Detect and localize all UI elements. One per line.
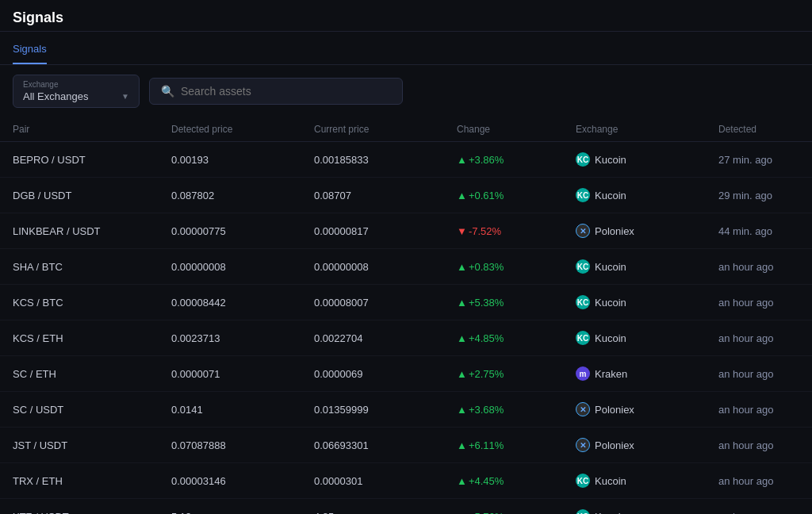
table-row[interactable]: SHA / BTC 0.00000008 0.00000008 ▲+0.83% … — [0, 249, 812, 285]
search-box: 🔍 — [149, 78, 403, 105]
exchange-cell: KC Kucoin — [576, 188, 718, 202]
exchange-name: Kucoin — [595, 332, 626, 344]
pair-name: SC / USDT — [13, 404, 171, 416]
exchange-cell: ✕ Poloniex — [576, 402, 718, 416]
col-header-detected: Detected — [718, 124, 812, 135]
col-header-current-price: Current price — [314, 124, 457, 135]
detected-time: an hour ago — [718, 368, 812, 380]
exchange-name: Kucoin — [595, 475, 626, 487]
detected-time: 29 min. ago — [718, 190, 812, 201]
detected-time: an hour ago — [718, 511, 812, 515]
detected-price: 0.0000071 — [171, 368, 314, 380]
exchange-name: Kucoin — [595, 190, 626, 201]
exchange-dropdown-label: Exchange — [23, 80, 129, 89]
search-input[interactable] — [181, 85, 391, 98]
table-row[interactable]: DGB / USDT 0.087802 0.08707 ▲+0.61% KC K… — [0, 178, 812, 213]
exchange-name: Kucoin — [595, 511, 626, 515]
table-row[interactable]: KCS / ETH 0.0023713 0.0022704 ▲+4.85% KC… — [0, 320, 812, 356]
pair-name: DGB / USDT — [13, 190, 171, 201]
detected-price: 0.00000775 — [171, 225, 314, 237]
col-header-pair: Pair — [13, 124, 171, 135]
exchange-logo: ✕ — [576, 402, 590, 416]
detected-time: an hour ago — [718, 475, 812, 487]
exchange-logo: KC — [576, 188, 590, 202]
detected-time: an hour ago — [718, 439, 812, 451]
table-header: Pair Detected price Current price Change… — [0, 117, 812, 142]
current-price: 0.0022704 — [314, 332, 457, 344]
exchange-name: Poloniex — [595, 225, 634, 237]
current-price: 0.00000008 — [314, 261, 457, 273]
exchange-name: Kucoin — [595, 261, 626, 273]
exchange-name: Kraken — [595, 368, 627, 380]
detected-price: 5.13 — [171, 511, 314, 515]
change-value: ▲+5.76% — [457, 511, 576, 515]
detected-time: an hour ago — [718, 297, 812, 309]
exchange-cell: KC Kucoin — [576, 331, 718, 345]
detected-price: 0.0023713 — [171, 332, 314, 344]
pair-name: SHA / BTC — [13, 261, 171, 273]
table-row[interactable]: TRX / ETH 0.00003146 0.0000301 ▲+4.45% K… — [0, 463, 812, 499]
exchange-dropdown-value: All Exchanges — [23, 90, 88, 102]
detected-price: 0.00008442 — [171, 297, 314, 309]
exchange-logo: KC — [576, 331, 590, 345]
chevron-down-icon: ▼ — [121, 92, 129, 101]
exchange-logo: KC — [576, 295, 590, 309]
current-price: 0.06693301 — [314, 439, 457, 451]
detected-price: 0.087802 — [171, 190, 314, 201]
exchange-dropdown[interactable]: Exchange All Exchanges ▼ — [13, 75, 140, 108]
exchange-logo: KC — [576, 509, 590, 514]
exchange-logo: ✕ — [576, 224, 590, 238]
filters-bar: Exchange All Exchanges ▼ 🔍 — [0, 65, 812, 117]
detected-time: an hour ago — [718, 261, 812, 273]
table-row[interactable]: BEPRO / USDT 0.00193 0.00185833 ▲+3.86% … — [0, 142, 812, 178]
table-row[interactable]: XTZ / USDT 5.13 4.85 ▲+5.76% KC Kucoin a… — [0, 499, 812, 514]
table-body: BEPRO / USDT 0.00193 0.00185833 ▲+3.86% … — [0, 142, 812, 514]
exchange-name: Poloniex — [595, 404, 634, 416]
pair-name: TRX / ETH — [13, 475, 171, 487]
exchange-cell: KC Kucoin — [576, 295, 718, 309]
app-title: Signals — [13, 10, 63, 25]
change-value: ▲+3.86% — [457, 154, 576, 166]
exchange-logo: KC — [576, 474, 590, 488]
change-value: ▲+6.11% — [457, 439, 576, 451]
pair-name: BEPRO / USDT — [13, 154, 171, 166]
change-value: ▲+0.61% — [457, 190, 576, 201]
table-row[interactable]: SC / ETH 0.0000071 0.0000069 ▲+2.75% m K… — [0, 356, 812, 392]
exchange-cell: KC Kucoin — [576, 259, 718, 274]
table-row[interactable]: LINKBEAR / USDT 0.00000775 0.00000817 ▼-… — [0, 213, 812, 249]
exchange-cell: m Kraken — [576, 366, 718, 381]
change-value: ▲+3.68% — [457, 404, 576, 416]
exchange-logo: m — [576, 366, 590, 381]
detected-time: 44 min. ago — [718, 225, 812, 237]
current-price: 0.0000069 — [314, 368, 457, 380]
current-price: 0.00008007 — [314, 297, 457, 309]
app-header: Signals Signals — [0, 0, 812, 65]
table-row[interactable]: KCS / BTC 0.00008442 0.00008007 ▲+5.38% … — [0, 285, 812, 320]
table-row[interactable]: JST / USDT 0.07087888 0.06693301 ▲+6.11%… — [0, 428, 812, 463]
exchange-cell: KC Kucoin — [576, 152, 718, 167]
detected-price: 0.0141 — [171, 404, 314, 416]
detected-time: an hour ago — [718, 404, 812, 416]
current-price: 0.00185833 — [314, 154, 457, 166]
exchange-name: Poloniex — [595, 439, 634, 451]
current-price: 0.08707 — [314, 190, 457, 201]
detected-time: an hour ago — [718, 332, 812, 344]
exchange-cell: ✕ Poloniex — [576, 438, 718, 452]
col-header-detected-price: Detected price — [171, 124, 314, 135]
exchange-cell: ✕ Poloniex — [576, 224, 718, 238]
tab-signals[interactable]: Signals — [13, 35, 47, 64]
exchange-logo: ✕ — [576, 438, 590, 452]
current-price: 4.85 — [314, 511, 457, 515]
exchange-cell: KC Kucoin — [576, 509, 718, 514]
table-row[interactable]: SC / USDT 0.0141 0.01359999 ▲+3.68% ✕ Po… — [0, 392, 812, 428]
pair-name: KCS / ETH — [13, 332, 171, 344]
change-value: ▲+4.85% — [457, 332, 576, 344]
pair-name: LINKBEAR / USDT — [13, 225, 171, 237]
search-icon: 🔍 — [161, 85, 174, 98]
exchange-name: Kucoin — [595, 154, 626, 166]
tab-bar: Signals — [0, 35, 812, 65]
exchange-name: Kucoin — [595, 297, 626, 309]
col-header-exchange: Exchange — [576, 124, 718, 135]
detected-price: 0.00003146 — [171, 475, 314, 487]
col-header-change: Change — [457, 124, 576, 135]
